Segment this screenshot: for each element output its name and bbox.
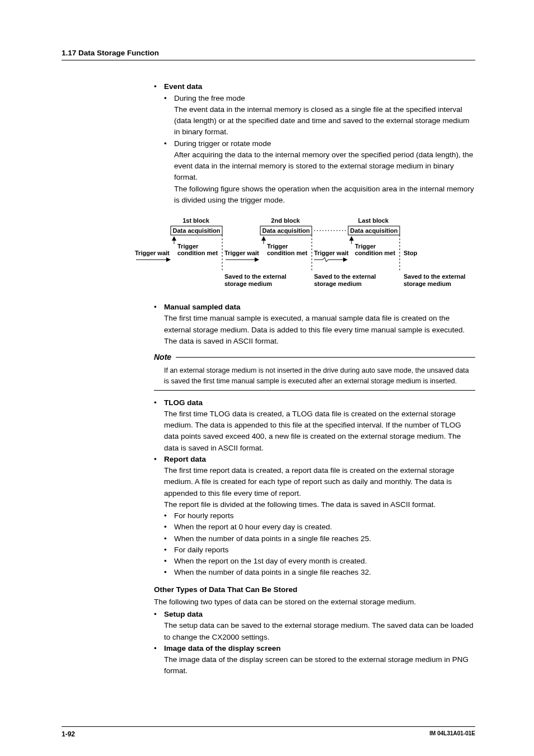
svg-text:2nd block: 2nd block [271, 217, 300, 224]
svg-text:condition met: condition met [267, 250, 307, 256]
bullet: • [164, 567, 174, 578]
manual-text: The first time manual sample is executed… [154, 313, 475, 347]
event-trigger-label: During trigger or rotate mode [174, 138, 271, 149]
svg-text:Saved to the external: Saved to the external [404, 273, 466, 280]
svg-marker-18 [349, 236, 354, 241]
svg-text:Data acquisition: Data acquisition [263, 227, 310, 234]
svg-marker-14 [172, 236, 176, 241]
svg-text:Data acquisition: Data acquisition [173, 227, 221, 234]
bullet: • [164, 138, 174, 149]
bullet: • [154, 643, 164, 654]
report-item: For daily reports [174, 544, 229, 556]
image-text: The image data of the display screen can… [154, 654, 475, 677]
event-title: Event data [164, 81, 202, 92]
svg-text:storage medium: storage medium [224, 280, 272, 287]
image-title: Image data of the display screen [164, 643, 281, 654]
event-free-text: The event data in the internal memory is… [164, 104, 475, 138]
svg-text:Trigger: Trigger [177, 243, 199, 250]
svg-text:storage medium: storage medium [404, 280, 451, 287]
svg-marker-35 [343, 257, 348, 262]
svg-text:1st block: 1st block [182, 217, 210, 224]
tlog-text: The first time TLOG data is created, a T… [154, 408, 475, 454]
report-item: When the number of data points in a sing… [174, 533, 371, 544]
bullet: • [154, 81, 164, 92]
svg-text:Trigger wait: Trigger wait [224, 250, 259, 256]
setup-text: The setup data can be saved to the exter… [154, 620, 475, 643]
page-number: 1-92 [62, 729, 75, 739]
doc-id: IM 04L31A01-01E [429, 729, 475, 739]
svg-text:condition met: condition met [177, 250, 218, 256]
bullet: • [164, 533, 174, 544]
note-label: Note [154, 351, 171, 363]
bullet: • [154, 302, 164, 313]
report-item: For hourly reports [174, 510, 234, 522]
svg-marker-30 [166, 257, 171, 262]
setup-title: Setup data [164, 609, 203, 620]
tlog-title: TLOG data [164, 397, 203, 408]
svg-text:Trigger: Trigger [355, 243, 376, 250]
svg-text:condition met: condition met [355, 250, 395, 256]
bullet: • [154, 609, 164, 620]
other-intro: The following two types of data can be s… [154, 597, 475, 608]
bullet: • [164, 522, 174, 533]
bullet: • [164, 556, 174, 567]
bullet: • [154, 397, 164, 408]
report-text2: The report file is divided at the follow… [154, 499, 475, 510]
event-trigger-text2: The following figure shows the operation… [164, 184, 475, 206]
report-item: When the number of data points in a sing… [174, 567, 371, 578]
svg-text:Last block: Last block [358, 217, 389, 224]
bullet: • [164, 544, 174, 556]
report-item: When the report on the 1st day of every … [174, 556, 367, 567]
report-text1: The first time report data is created, a… [154, 465, 475, 499]
body-content: • Event data • During the free mode The … [62, 81, 475, 677]
other-title: Other Types of Data That Can Be Stored [154, 584, 475, 595]
trigger-mode-diagram: 1st block 2nd block Last block Data acqu… [132, 216, 475, 292]
svg-marker-32 [255, 257, 259, 262]
svg-text:Saved to the external: Saved to the external [314, 273, 376, 280]
report-title: Report data [164, 454, 206, 465]
bullet: • [164, 510, 174, 522]
svg-text:Trigger wait: Trigger wait [314, 250, 349, 256]
manual-title: Manual sampled data [164, 302, 241, 313]
note-rule-top [176, 357, 475, 358]
bullet: • [164, 93, 174, 104]
svg-text:Data acquisition: Data acquisition [350, 227, 398, 234]
event-free-label: During the free mode [174, 93, 245, 104]
svg-text:Stop: Stop [404, 250, 418, 256]
svg-text:Saved to the external: Saved to the external [224, 273, 287, 280]
svg-text:storage medium: storage medium [314, 280, 362, 287]
note-rule-bottom [154, 390, 475, 391]
svg-text:Trigger: Trigger [267, 243, 288, 250]
report-item: When the report at 0 hour every day is c… [174, 522, 332, 533]
bullet: • [154, 454, 164, 465]
note-text: If an external storage medium is not ins… [154, 363, 475, 390]
svg-marker-16 [261, 236, 266, 241]
section-header: 1.17 Data Storage Function [62, 48, 475, 60]
event-trigger-text1: After acquiring the data to the internal… [164, 149, 475, 184]
svg-text:Trigger wait: Trigger wait [135, 250, 170, 256]
